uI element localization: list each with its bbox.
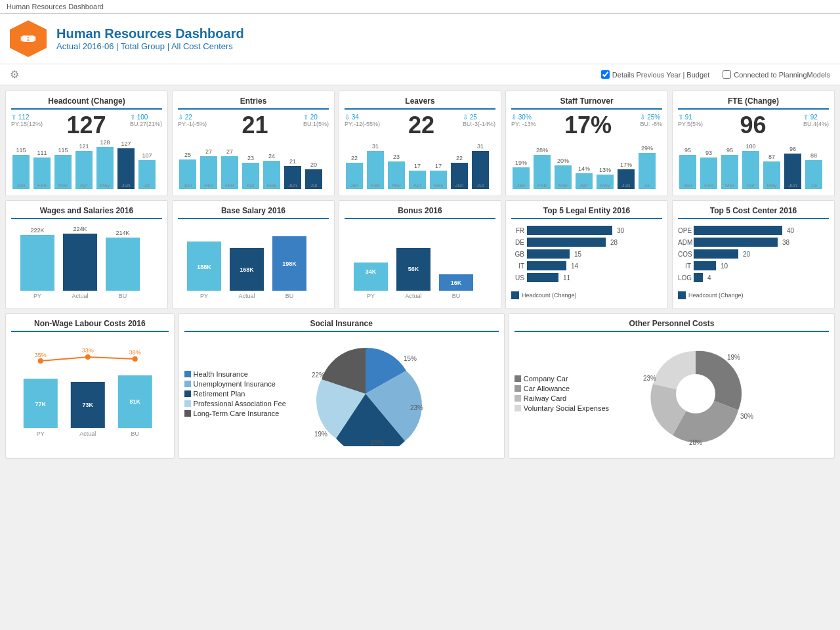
svg-text:31: 31 (372, 143, 379, 150)
svg-text:87: 87 (768, 154, 775, 160)
svg-text:Mar: Mar (58, 182, 68, 188)
legend-health-text: Health Insurance (194, 370, 248, 378)
svg-text:25: 25 (184, 152, 191, 158)
svg-text:Jan: Jan (184, 182, 192, 188)
bonus-card: Bonus 2016 34K 56K 16K PY Actual BU (339, 200, 501, 309)
svg-text:Jan: Jan (684, 182, 692, 188)
top5-cost-val-cos: 20 (743, 251, 750, 258)
top5-legal-label-it: IT (511, 262, 524, 270)
social-insurance-pie: 15% 23% 20% 19% 22% (300, 341, 431, 448)
top5-cost-row-cos: COS 20 (678, 249, 829, 259)
toolbar-left: ⚙ (10, 68, 19, 81)
leavers-bu-label: BU:-3(-14%) (463, 121, 495, 127)
svg-text:34K: 34K (366, 268, 377, 275)
top5-legal-legend-text: Headcount (Change) (522, 292, 577, 299)
legend-longterm-box (184, 410, 191, 417)
details-checkbox[interactable] (601, 70, 610, 79)
top5-legal-val-us: 11 (563, 274, 570, 282)
svg-text:May: May (766, 182, 776, 188)
svg-text:19%: 19% (314, 430, 327, 438)
svg-text:Apr: Apr (80, 182, 89, 188)
top5-legal-label-us: US (511, 274, 524, 282)
headcount-py-arrow: ⇧ 112 (11, 114, 43, 121)
headcount-bu-label: BU:27(21%) (130, 121, 162, 127)
svg-text:Actual: Actual (79, 430, 96, 437)
header: ☰ Human Resources Dashboard Actual 2016-… (0, 14, 840, 64)
svg-text:31: 31 (477, 143, 484, 150)
top5-cost-row-adm: ADM 38 (678, 238, 829, 247)
svg-text:Actual: Actual (405, 293, 421, 299)
svg-text:Jun: Jun (455, 182, 464, 188)
svg-text:22: 22 (456, 155, 463, 161)
svg-text:20%: 20% (557, 158, 569, 164)
salary-row: Wages and Salaries 2016 222K 224K 214K P… (5, 200, 835, 309)
top5-legal-val-gb: 15 (574, 251, 581, 258)
planning-checkbox-label[interactable]: Connected to PlanningModels (723, 70, 830, 79)
svg-text:Jun: Jun (122, 182, 131, 188)
svg-text:Apr: Apr (580, 182, 589, 188)
leavers-bu-arrow: ⇩ 25 (463, 114, 495, 121)
social-insurance-content: Health Insurance Unemployment Insurance … (184, 336, 499, 453)
svg-text:22: 22 (351, 155, 358, 161)
headcount-bu-arrow: ⇧ 100 (130, 114, 162, 121)
page-subtitle: Actual 2016-06 | Total Group | All Cost … (56, 41, 244, 51)
planning-checkbox[interactable] (723, 70, 731, 79)
svg-text:188K: 188K (197, 264, 211, 270)
main-content: Headcount (Change) ⇧ 112 PY:15(12%) 127 … (0, 85, 840, 464)
legend-railway-text: Railway Card (524, 394, 566, 402)
svg-text:Mar: Mar (725, 182, 734, 188)
svg-text:May: May (433, 182, 443, 188)
top5-cost-legend-text: Headcount (Change) (688, 292, 744, 299)
svg-text:95: 95 (684, 147, 691, 154)
gear-icon[interactable]: ⚙ (10, 68, 19, 81)
legend-health-box (184, 371, 191, 377)
leavers-kpi-row: ⇩ 34 PY:-12(-55%) 22 ⇩ 25 BU:-3(-14%) (345, 114, 495, 137)
entries-card: Entries ⇩ 22 PY:-1(-5%) 21 ⇧ 20 BU:1(5%)… (172, 91, 335, 196)
top5-cost-bar-adm (694, 238, 778, 247)
fte-py-arrow: ⇧ 91 (678, 114, 703, 121)
legend-longterm-text: Long-Term Care Insurance (194, 410, 280, 417)
legend-unemployment: Unemployment Insurance (184, 380, 289, 388)
svg-text:Actual: Actual (72, 293, 88, 299)
legend-car-allowance-box (514, 385, 521, 392)
bonus-title: Bonus 2016 (345, 206, 495, 219)
svg-point-157 (676, 374, 715, 413)
svg-text:214K: 214K (116, 230, 129, 236)
svg-text:93: 93 (705, 150, 712, 156)
nonwage-card: Non-Wage Labour Costs 2016 35% 33% 38% 7… (5, 313, 175, 459)
top5-legal-row-us: US 11 (511, 273, 662, 282)
top5-legal-val-fr: 30 (617, 227, 624, 234)
svg-text:23: 23 (393, 154, 400, 160)
svg-text:23%: 23% (643, 375, 656, 382)
svg-rect-110 (20, 235, 54, 291)
svg-text:128: 128 (100, 140, 110, 146)
svg-text:Jan: Jan (350, 182, 359, 188)
top5-cost-title: Top 5 Cost Center 2016 (678, 206, 829, 219)
svg-text:14%: 14% (578, 165, 590, 172)
svg-text:May: May (100, 182, 110, 188)
details-checkbox-label[interactable]: Details Previous Year | Budget (601, 70, 709, 79)
social-insurance-card: Social Insurance Health Insurance Unempl… (178, 313, 505, 459)
headcount-chart: 115 111 115 121 128 127 107 Jan Feb Mar … (11, 140, 162, 189)
top5-legal-bar-us (527, 273, 558, 282)
toolbar-right: Details Previous Year | Budget Connected… (601, 70, 830, 79)
planning-checkbox-text: Connected to PlanningModels (734, 71, 830, 79)
svg-text:28%: 28% (536, 147, 548, 154)
fte-card: FTE (Change) ⇧ 91 PY:5(5%) 96 ⇧ 92 BU:4(… (672, 91, 835, 196)
fte-py-label: PY:5(5%) (678, 121, 703, 127)
legend-company-car: Company Car (514, 375, 620, 383)
top5-cost-label-cos: COS (678, 251, 691, 258)
svg-text:PY: PY (37, 430, 45, 437)
svg-text:PY: PY (367, 293, 375, 299)
other-personnel-content: Company Car Car Allowance Railway Card V… (514, 336, 829, 453)
legend-retirement-text: Retirement Plan (194, 390, 245, 398)
entries-py-arrow: ⇩ 22 (178, 114, 207, 121)
svg-text:Feb: Feb (204, 182, 213, 188)
top5-cost-row-log: LOG 4 (678, 273, 829, 282)
header-text: Human Resources Dashboard Actual 2016-06… (56, 26, 244, 51)
svg-text:May: May (600, 182, 610, 188)
svg-text:17: 17 (435, 163, 442, 169)
legend-company-car-box (514, 375, 521, 382)
legend-retirement-box (184, 390, 191, 397)
top5-legal-row-de: DE 28 (511, 238, 662, 247)
